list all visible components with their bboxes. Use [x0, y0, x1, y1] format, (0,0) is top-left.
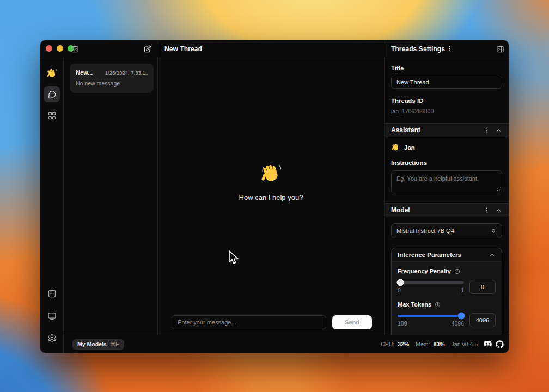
instructions-label: Instructions — [385, 152, 509, 166]
threads-id-label: Threads ID — [391, 97, 502, 104]
model-header-label: Model — [391, 206, 410, 214]
frequency-penalty-value-input[interactable] — [469, 280, 496, 294]
titlebar-divider — [385, 40, 385, 57]
title-label: Title — [391, 65, 502, 71]
thread-list-item[interactable]: New... 1/26/2024, 7:33:1.. No new messag… — [70, 64, 154, 93]
inference-header-label: Inference Parameters — [398, 252, 461, 258]
model-collapse-chevron-up-icon[interactable] — [495, 207, 502, 214]
github-icon[interactable] — [496, 340, 504, 348]
inference-parameters-header[interactable]: Inference Parameters — [392, 248, 502, 262]
sidebar-item-system-monitor[interactable] — [44, 308, 60, 324]
frequency-penalty-label: Frequency Penalty — [398, 268, 451, 274]
frequency-penalty-param: Frequency Penalty 0 1 — [398, 268, 496, 294]
jan-app-window: New Thread Threads Settings — [40, 40, 509, 353]
my-models-button[interactable]: My Models ⌘E — [72, 339, 124, 350]
max-tokens-max: 4096 — [452, 320, 464, 327]
max-tokens-value-input[interactable] — [469, 313, 496, 327]
quick-ask-icon — [47, 289, 57, 298]
chat-main-area: How can I help you? Send — [158, 57, 385, 335]
thread-item-title: New... — [76, 69, 93, 76]
select-updown-chevron-icon — [490, 227, 497, 235]
assistant-name: Jan — [404, 144, 415, 151]
mem-value: 83% — [434, 341, 445, 347]
system-monitor-icon — [47, 311, 57, 321]
frequency-penalty-min: 0 — [398, 287, 401, 293]
assistant-collapse-chevron-up-icon[interactable] — [495, 127, 502, 134]
hub-grid-icon — [47, 111, 57, 120]
assistant-section-header[interactable]: Assistant — [385, 123, 509, 137]
assistant-kebab-icon[interactable] — [483, 126, 490, 134]
model-kebab-icon[interactable] — [483, 206, 490, 214]
assistant-header-label: Assistant — [391, 126, 420, 134]
empty-state: How can I help you? — [158, 162, 384, 201]
wave-emoji — [260, 162, 283, 185]
model-select[interactable]: Mistral Instruct 7B Q4 — [391, 223, 502, 238]
minimize-button[interactable] — [57, 45, 63, 52]
my-models-label: My Models — [77, 341, 107, 347]
sidebar-item-chat[interactable] — [44, 86, 60, 102]
panel-title: Threads Settings — [391, 40, 445, 57]
discord-icon[interactable] — [483, 340, 492, 348]
settings-gear-icon — [47, 334, 57, 343]
thread-item-preview: No new message — [76, 80, 148, 87]
model-selected-value: Mistral Instruct 7B Q4 — [396, 228, 454, 234]
message-input[interactable] — [172, 315, 326, 329]
left-icon-rail — [40, 57, 64, 353]
model-section-header[interactable]: Model — [385, 203, 509, 217]
app-version: Jan v0.4.5 — [452, 341, 478, 347]
frequency-penalty-max: 1 — [461, 287, 464, 293]
new-thread-icon[interactable] — [143, 45, 151, 53]
my-models-shortcut: ⌘E — [110, 341, 120, 347]
frequency-penalty-slider-thumb[interactable] — [396, 279, 404, 286]
assistant-wave-icon — [391, 143, 400, 152]
threads-settings-kebab-icon[interactable] — [445, 44, 454, 53]
instructions-textarea[interactable] — [391, 170, 502, 193]
max-tokens-label: Max Tokens — [398, 301, 431, 308]
sidebar-item-hub[interactable] — [44, 107, 60, 124]
mem-label: Mem: — [416, 341, 430, 347]
thread-item-timestamp: 1/26/2024, 7:33:1.. — [105, 70, 148, 76]
send-button[interactable]: Send — [332, 315, 372, 329]
inference-parameters-card: Inference Parameters Frequency Penalty — [391, 248, 502, 335]
main-thread-title: New Thread — [164, 40, 202, 57]
jan-logo-wave-icon — [44, 65, 60, 81]
threads-id-value: jan_1706286800 — [391, 108, 502, 114]
max-tokens-slider[interactable] — [398, 315, 464, 317]
thread-list: New... 1/26/2024, 7:33:1.. No new messag… — [64, 57, 158, 335]
max-tokens-slider-thumb[interactable] — [458, 313, 465, 320]
assistant-identity: Jan — [385, 137, 509, 152]
max-tokens-min: 100 — [398, 320, 407, 327]
close-button[interactable] — [46, 45, 52, 52]
frequency-penalty-slider[interactable] — [398, 281, 464, 284]
greeting-text: How can I help you? — [239, 193, 303, 201]
info-icon[interactable] — [435, 302, 441, 308]
cpu-value: 32% — [398, 341, 409, 347]
chat-icon — [47, 90, 57, 99]
status-bar: My Models ⌘E CPU: 32% Mem: 83% Jan v0.4.… — [64, 335, 509, 353]
inference-collapse-chevron-up-icon[interactable] — [489, 252, 496, 259]
sidebar-item-quick-ask[interactable] — [44, 285, 60, 302]
collapse-right-panel-icon[interactable] — [496, 45, 504, 53]
message-composer: Send — [158, 315, 384, 330]
thread-title-input[interactable] — [391, 76, 502, 89]
sidebar-item-settings[interactable] — [44, 330, 60, 346]
info-icon[interactable] — [454, 268, 460, 274]
cpu-label: CPU: — [381, 341, 394, 347]
titlebar-divider — [158, 40, 158, 57]
titlebar: New Thread Threads Settings — [40, 40, 509, 57]
resize-grip-icon[interactable] — [496, 187, 501, 192]
threads-settings-panel: Title Threads ID jan_1706286800 Assistan… — [385, 57, 509, 335]
max-tokens-param: Max Tokens 100 4096 — [398, 301, 496, 327]
collapse-left-panel-icon[interactable] — [70, 45, 79, 53]
